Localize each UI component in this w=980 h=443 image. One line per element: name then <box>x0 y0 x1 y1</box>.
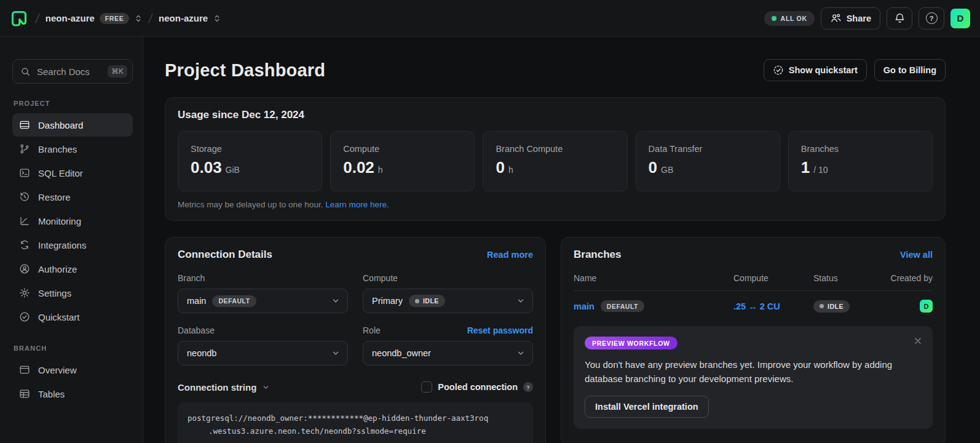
search-docs-input[interactable]: Search Docs ⌘K <box>12 59 133 84</box>
sidebar-item-label: SQL Editor <box>38 168 83 178</box>
stat-unit: h <box>508 165 513 175</box>
sidebar-item-quickstart[interactable]: Quickstart <box>12 305 133 329</box>
sidebar-item-branches[interactable]: Branches <box>12 137 133 161</box>
default-badge: DEFAULT <box>601 300 644 312</box>
notifications-button[interactable] <box>887 7 912 30</box>
terminal-icon <box>19 167 30 178</box>
chevron-down-icon <box>262 383 270 391</box>
preview-workflow-badge: PREVIEW WORKFLOW <box>585 337 678 349</box>
pooled-connection-label: Pooled connection <box>438 382 518 392</box>
view-all-link[interactable]: View all <box>900 250 933 260</box>
sidebar-item-label: Quickstart <box>38 312 80 322</box>
keyboard-shortcut-badge: ⌘K <box>108 65 127 78</box>
created-by-avatar[interactable]: D <box>920 300 933 313</box>
go-to-billing-button[interactable]: Go to Billing <box>874 59 946 81</box>
share-label: Share <box>847 14 871 23</box>
help-button[interactable]: ? <box>919 7 944 30</box>
search-placeholder: Search Docs <box>37 66 101 77</box>
topbar-actions: ALL OK Share ? D <box>764 7 970 30</box>
sidebar-item-restore[interactable]: Restore <box>12 185 133 209</box>
go-to-billing-label: Go to Billing <box>883 65 936 75</box>
close-icon[interactable] <box>913 336 923 346</box>
sidebar-item-label: Overview <box>38 365 77 375</box>
learn-more-link[interactable]: Learn more here. <box>325 200 389 209</box>
usage-card: Usage since Dec 12, 2024 Storage 0.03GiB… <box>165 97 946 221</box>
database-select[interactable]: neondb <box>178 341 348 365</box>
sidebar-item-integrations[interactable]: Integrations <box>12 233 133 257</box>
sidebar-item-label: Restore <box>38 192 71 202</box>
dashed-check-circle-icon <box>773 65 784 76</box>
sidebar-item-label: Monitoring <box>38 216 81 226</box>
share-button[interactable]: Share <box>821 7 880 30</box>
branch-name-link[interactable]: main <box>574 301 595 311</box>
plan-badge: FREE <box>100 13 129 24</box>
default-badge: DEFAULT <box>212 295 256 307</box>
question-icon: ? <box>926 12 938 24</box>
idle-dot-icon <box>820 304 824 308</box>
connection-string-value[interactable]: postgresql://neondb_owner:************@e… <box>178 402 533 443</box>
chevron-down-icon <box>331 349 340 357</box>
pooled-connection-checkbox[interactable] <box>421 381 432 393</box>
role-select[interactable]: neondb_owner <box>363 341 533 365</box>
org-name: neon-azure <box>45 13 95 23</box>
neon-console-app: / neon-azure FREE / neon-azure ALL OK <box>0 0 980 443</box>
sidebar-section-project: PROJECT <box>14 100 133 107</box>
connection-string-line2: .westus3.azure.neon.tech/neondb?sslmode=… <box>188 425 523 437</box>
sidebar-item-authorize[interactable]: Authorize <box>12 257 133 281</box>
window-icon <box>19 364 30 375</box>
system-status-pill[interactable]: ALL OK <box>764 11 815 26</box>
install-vercel-button[interactable]: Install Vercel integration <box>585 396 709 418</box>
read-more-link[interactable]: Read more <box>487 250 533 260</box>
branch-select[interactable]: main DEFAULT <box>178 289 348 313</box>
compute-field-label: Compute <box>363 273 398 283</box>
sidebar-item-label: Tables <box>38 389 65 399</box>
branches-table-header: Name Compute Status Created by <box>574 273 933 291</box>
sidebar-item-label: Settings <box>38 288 71 298</box>
metrics-footnote: Metrics may be delayed up to one hour. L… <box>178 200 933 209</box>
column-status: Status <box>813 273 880 283</box>
stat-value: 0 <box>649 158 657 177</box>
idle-dot-icon <box>415 299 419 303</box>
connection-string-toggle[interactable]: Connection string <box>178 382 270 393</box>
database-field-label: Database <box>178 325 215 335</box>
dashboard-icon <box>19 119 30 130</box>
top-bar: / neon-azure FREE / neon-azure ALL OK <box>0 0 980 37</box>
stat-value: 1 <box>801 158 810 177</box>
branches-title: Branches <box>574 249 621 261</box>
history-clock-icon <box>19 191 30 202</box>
stat-unit: h <box>378 165 383 175</box>
branch-compute-value: .25 ↔ 2 CU <box>733 301 813 311</box>
connection-string-line1: postgresql://neondb_owner:************@e… <box>188 412 523 425</box>
connection-details-title: Connection Details <box>178 249 272 261</box>
people-icon <box>830 12 842 24</box>
breadcrumb-org-selector[interactable]: neon-azure FREE <box>45 13 143 24</box>
check-circle-icon <box>19 311 30 322</box>
breadcrumb-project-selector[interactable]: neon-azure <box>159 13 221 23</box>
sidebar-item-settings[interactable]: Settings <box>12 281 133 305</box>
stat-compute: Compute 0.02h <box>330 131 475 191</box>
sidebar-item-label: Authorize <box>38 264 77 274</box>
show-quickstart-button[interactable]: Show quickstart <box>764 59 867 81</box>
compute-select[interactable]: Primary IDLE <box>363 289 533 313</box>
sidebar-item-dashboard[interactable]: Dashboard <box>12 113 133 137</box>
sidebar: Search Docs ⌘K PROJECT Dashboard Branche… <box>0 37 143 443</box>
sidebar-item-label: Dashboard <box>38 120 83 130</box>
status-ok-dot-icon <box>772 16 776 21</box>
reset-password-link[interactable]: Reset password <box>467 325 533 335</box>
pooled-help-icon[interactable]: ? <box>523 382 533 392</box>
page-title: Project Dashboard <box>165 60 325 81</box>
branch-row-main[interactable]: main DEFAULT .25 ↔ 2 CU IDLE D <box>574 291 933 316</box>
usage-stats: Storage 0.03GiB Compute 0.02h Branch Com… <box>178 131 933 191</box>
chevron-down-icon <box>331 297 340 305</box>
banner-text: You don't have any preview branches yet.… <box>585 358 922 386</box>
sidebar-item-sql-editor[interactable]: SQL Editor <box>12 161 133 185</box>
neon-logo[interactable] <box>9 8 30 29</box>
status-text: ALL OK <box>781 15 807 22</box>
show-quickstart-label: Show quickstart <box>789 65 858 75</box>
stat-unit: / 10 <box>813 165 828 175</box>
gear-icon <box>19 287 30 298</box>
sidebar-item-overview[interactable]: Overview <box>12 358 133 381</box>
user-avatar[interactable]: D <box>950 9 970 28</box>
sidebar-item-monitoring[interactable]: Monitoring <box>12 209 133 233</box>
sidebar-item-tables[interactable]: Tables <box>12 382 133 405</box>
